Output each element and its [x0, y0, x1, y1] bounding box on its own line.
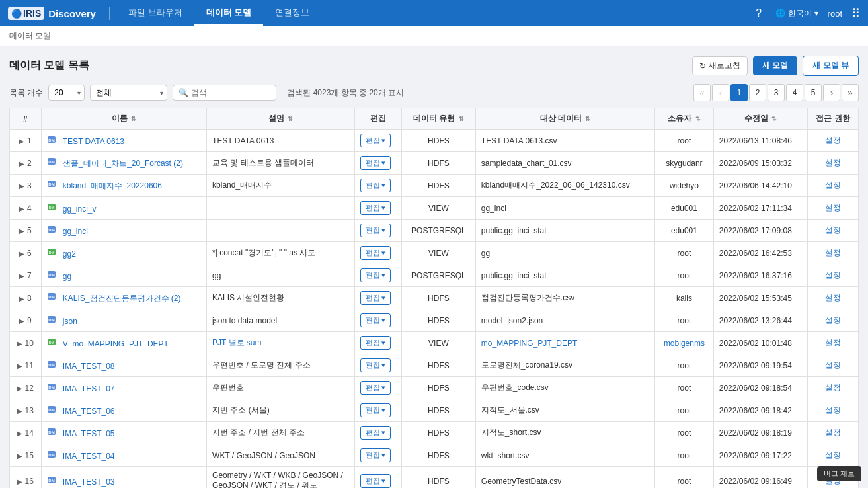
nav-item-file-browser[interactable]: 파일 브라우저 — [116, 0, 194, 26]
edit-button[interactable]: 편집 ▾ — [360, 381, 391, 395]
row-expand-icon[interactable]: ▶ — [17, 478, 22, 485]
model-name-link[interactable]: IMA_TEST_08 — [63, 362, 115, 371]
cell-name[interactable]: DM json — [41, 309, 207, 332]
row-expand-icon[interactable]: ▶ — [19, 138, 24, 145]
row-expand-icon[interactable]: ▶ — [17, 430, 22, 437]
access-settings-link[interactable]: 설정 — [825, 270, 841, 280]
access-settings-link[interactable]: 설정 — [825, 338, 841, 347]
model-name-link[interactable]: gg — [63, 272, 71, 281]
cell-name[interactable]: DM IMA_TEST_05 — [41, 422, 207, 444]
first-page-button[interactable]: « — [693, 84, 711, 101]
row-expand-icon[interactable]: ▶ — [19, 227, 24, 235]
access-settings-link[interactable]: 설정 — [825, 181, 841, 190]
cell-name[interactable]: DM KALIS_점검진단등록평가건수 (2) — [41, 287, 207, 309]
cell-access[interactable]: 설정 — [808, 175, 859, 197]
page-4-button[interactable]: 4 — [786, 84, 803, 101]
edit-button[interactable]: 편집 ▾ — [360, 358, 391, 372]
col-header-owner[interactable]: 소유자 ⇅ — [655, 108, 714, 130]
model-name-link[interactable]: gg_inci_v — [63, 204, 97, 214]
edit-button[interactable]: 편집 ▾ — [360, 156, 391, 170]
model-name-link[interactable]: IMA_TEST_06 — [63, 407, 115, 416]
model-name-link[interactable]: V_mo_MAPPING_PJT_DEPT — [63, 339, 169, 348]
count-select[interactable]: 20 10 50 100 — [48, 85, 85, 101]
row-expand-icon[interactable]: ▶ — [19, 317, 24, 325]
edit-button[interactable]: 편집 ▾ — [360, 224, 391, 237]
apps-icon[interactable]: ⠿ — [851, 6, 860, 20]
cell-access[interactable]: 설정 — [808, 309, 859, 332]
new-model-view-button[interactable]: 새 모델 뷰 — [803, 56, 859, 76]
cell-name[interactable]: DM IMA_TEST_08 — [41, 354, 207, 377]
access-settings-link[interactable]: 설정 — [825, 293, 841, 302]
user-menu[interactable]: root — [828, 9, 842, 19]
page-2-button[interactable]: 2 — [749, 84, 766, 101]
cell-access[interactable]: 설정 — [808, 197, 859, 220]
edit-button[interactable]: 편집 ▾ — [360, 134, 391, 147]
cell-access[interactable]: 설정 — [808, 152, 859, 175]
edit-button[interactable]: 편집 ▾ — [360, 291, 391, 305]
cell-access[interactable]: 설정 — [808, 287, 859, 309]
model-name-link[interactable]: gg_inci — [63, 227, 88, 236]
refresh-button[interactable]: ↻ 새로고침 — [692, 56, 748, 75]
row-expand-icon[interactable]: ▶ — [17, 340, 22, 347]
row-expand-icon[interactable]: ▶ — [19, 183, 24, 190]
bug-report-button[interactable]: 버그 제보 — [817, 466, 861, 481]
access-settings-link[interactable]: 설정 — [825, 360, 841, 370]
row-expand-icon[interactable]: ▶ — [19, 160, 24, 167]
col-header-target[interactable]: 대상 데이터 ⇅ — [475, 108, 654, 130]
access-settings-link[interactable]: 설정 — [825, 405, 841, 415]
filter-select[interactable]: 전체 HDFS VIEW POSTGRESQL — [90, 85, 167, 101]
cell-name[interactable]: DM IMA_TEST_07 — [41, 377, 207, 399]
cell-access[interactable]: 설정 — [808, 444, 859, 467]
access-settings-link[interactable]: 설정 — [825, 248, 841, 257]
cell-access[interactable]: 설정 — [808, 377, 859, 399]
cell-name[interactable]: DM TEST DATA 0613 — [41, 130, 207, 152]
row-expand-icon[interactable]: ▶ — [17, 407, 22, 415]
cell-name[interactable]: DM IMA_TEST_04 — [41, 444, 207, 467]
cell-access[interactable]: 설정 — [808, 332, 859, 354]
prev-page-button[interactable]: ‹ — [712, 84, 729, 101]
cell-name[interactable]: DM gg2 — [41, 242, 207, 264]
model-name-link[interactable]: json — [63, 317, 77, 326]
cell-access[interactable]: 설정 — [808, 220, 859, 242]
access-settings-link[interactable]: 설정 — [825, 158, 841, 167]
access-settings-link[interactable]: 설정 — [825, 225, 841, 235]
row-expand-icon[interactable]: ▶ — [17, 452, 22, 460]
edit-button[interactable]: 편집 ▾ — [360, 336, 391, 350]
cell-access[interactable]: 설정 — [808, 264, 859, 287]
cell-name[interactable]: DM gg_inci — [41, 220, 207, 242]
access-settings-link[interactable]: 설정 — [825, 136, 841, 145]
model-name-link[interactable]: kbland_매매지수_20220606 — [63, 181, 162, 190]
access-settings-link[interactable]: 설정 — [825, 203, 841, 212]
edit-button[interactable]: 편집 ▾ — [360, 179, 391, 192]
access-settings-link[interactable]: 설정 — [825, 315, 841, 325]
edit-button[interactable]: 편집 ▾ — [360, 426, 391, 440]
edit-button[interactable]: 편집 ▾ — [360, 448, 391, 462]
cell-access[interactable]: 설정 — [808, 422, 859, 444]
cell-access[interactable]: 설정 — [808, 130, 859, 152]
nav-item-data-model[interactable]: 데이터 모델 — [194, 0, 264, 26]
row-expand-icon[interactable]: ▶ — [19, 250, 24, 257]
col-header-desc[interactable]: 설명 ⇅ — [207, 108, 355, 130]
cell-access[interactable]: 설정 — [808, 354, 859, 377]
edit-button[interactable]: 편집 ▾ — [360, 403, 391, 417]
access-settings-link[interactable]: 설정 — [825, 450, 841, 460]
access-settings-link[interactable]: 설정 — [825, 428, 841, 437]
model-name-link[interactable]: KALIS_점검진단등록평가건수 (2) — [63, 294, 181, 303]
cell-name[interactable]: DM gg_inci_v — [41, 197, 207, 220]
edit-button[interactable]: 편집 ▾ — [360, 201, 391, 215]
cell-name[interactable]: DM gg — [41, 264, 207, 287]
cell-name[interactable]: DM IMA_TEST_03 — [41, 467, 207, 489]
row-expand-icon[interactable]: ▶ — [19, 205, 24, 212]
model-name-link[interactable]: TEST DATA 0613 — [63, 137, 124, 146]
col-header-name[interactable]: 이름 ⇅ — [41, 108, 207, 130]
cell-name[interactable]: DM V_mo_MAPPING_PJT_DEPT — [41, 332, 207, 354]
cell-name[interactable]: DM 샘플_데이터_차트_20_Forcast (2) — [41, 152, 207, 175]
cell-name[interactable]: DM IMA_TEST_06 — [41, 399, 207, 422]
page-1-button[interactable]: 1 — [730, 84, 748, 101]
page-3-button[interactable]: 3 — [768, 84, 785, 101]
new-model-button[interactable]: 새 모델 — [753, 56, 797, 75]
help-icon[interactable]: ? — [752, 6, 766, 20]
cell-name[interactable]: DM kbland_매매지수_20220606 — [41, 175, 207, 197]
model-name-link[interactable]: 샘플_데이터_차트_20_Forcast (2) — [63, 159, 183, 168]
model-name-link[interactable]: IMA_TEST_04 — [63, 452, 115, 461]
